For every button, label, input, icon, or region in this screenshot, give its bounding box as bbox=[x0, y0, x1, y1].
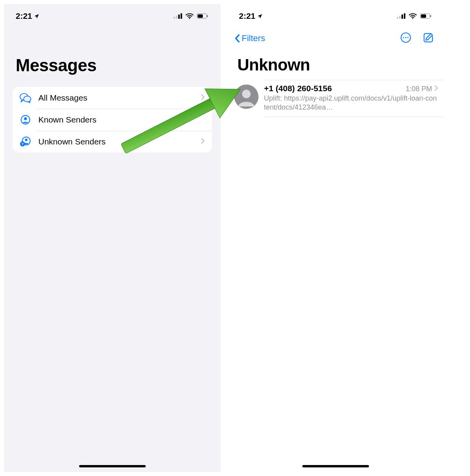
chat-bubbles-icon bbox=[20, 93, 31, 103]
svg-rect-17 bbox=[399, 16, 401, 19]
wifi-icon bbox=[409, 13, 417, 19]
person-question-icon: ? bbox=[20, 137, 31, 147]
filter-label: Unknown Senders bbox=[38, 137, 194, 146]
back-label: Filters bbox=[242, 33, 265, 43]
svg-rect-3 bbox=[181, 13, 182, 19]
svg-point-28 bbox=[242, 90, 251, 98]
filter-unknown-senders[interactable]: ? Unknown Senders bbox=[13, 131, 212, 153]
nav-bar: Filters bbox=[227, 25, 444, 49]
chevron-right-icon bbox=[201, 138, 205, 146]
avatar bbox=[234, 85, 258, 109]
svg-point-9 bbox=[24, 96, 31, 102]
svg-rect-7 bbox=[207, 15, 208, 17]
chevron-right-icon bbox=[201, 94, 205, 102]
svg-rect-22 bbox=[421, 14, 426, 18]
chevron-right-icon bbox=[434, 85, 438, 93]
status-bar: 2:21 bbox=[227, 4, 444, 25]
battery-icon bbox=[419, 13, 432, 19]
conversation-time: 1:08 PM bbox=[406, 85, 432, 93]
svg-rect-23 bbox=[430, 15, 431, 17]
compose-button[interactable] bbox=[423, 32, 434, 45]
filter-known-senders[interactable]: Known Senders bbox=[13, 109, 212, 131]
messages-filter-screen: 2:21 Messages All Messages bbox=[4, 4, 221, 472]
filter-label: All Messages bbox=[38, 93, 194, 103]
page-title: Unknown bbox=[227, 49, 444, 80]
svg-text:?: ? bbox=[22, 142, 24, 146]
cellular-signal-icon bbox=[174, 13, 183, 19]
filter-list: All Messages Known Senders ? Unknown Sen… bbox=[13, 87, 212, 153]
svg-point-4 bbox=[189, 18, 190, 19]
svg-rect-19 bbox=[404, 13, 405, 19]
svg-point-11 bbox=[24, 117, 27, 120]
conversation-list: +1 (408) 260-5156 1:08 PM Uplift: https:… bbox=[227, 80, 444, 117]
conversation-row[interactable]: +1 (408) 260-5156 1:08 PM Uplift: https:… bbox=[227, 80, 444, 117]
person-circle-icon bbox=[20, 115, 31, 125]
unknown-senders-screen: 2:21 Filters Unknow bbox=[227, 4, 444, 472]
battery-icon bbox=[196, 13, 209, 19]
home-indicator[interactable] bbox=[302, 465, 369, 467]
svg-rect-1 bbox=[176, 16, 177, 19]
svg-rect-0 bbox=[174, 17, 175, 19]
status-time: 2:21 bbox=[239, 11, 255, 21]
svg-rect-18 bbox=[401, 14, 403, 19]
cellular-signal-icon bbox=[397, 13, 406, 19]
ellipsis-circle-icon bbox=[400, 32, 412, 43]
chevron-left-icon bbox=[234, 34, 240, 43]
svg-rect-16 bbox=[397, 17, 398, 19]
svg-point-13 bbox=[25, 139, 28, 141]
wifi-icon bbox=[185, 13, 194, 19]
status-time: 2:21 bbox=[16, 11, 32, 21]
home-indicator[interactable] bbox=[79, 465, 146, 467]
svg-point-20 bbox=[412, 18, 413, 19]
svg-point-26 bbox=[405, 37, 406, 38]
filter-label: Known Senders bbox=[38, 115, 205, 124]
filter-all-messages[interactable]: All Messages bbox=[13, 87, 212, 109]
status-bar: 2:21 bbox=[4, 4, 221, 25]
svg-point-27 bbox=[407, 37, 409, 38]
svg-point-25 bbox=[403, 37, 404, 38]
location-icon bbox=[257, 13, 263, 19]
more-button[interactable] bbox=[400, 32, 412, 45]
back-button[interactable]: Filters bbox=[234, 33, 265, 43]
conversation-preview: Uplift: https://pay-api2.uplift.com/docs… bbox=[264, 94, 438, 112]
svg-rect-6 bbox=[198, 14, 203, 18]
person-silhouette-icon bbox=[234, 85, 258, 109]
page-title: Messages bbox=[4, 25, 221, 87]
location-icon bbox=[34, 13, 40, 19]
conversation-sender: +1 (408) 260-5156 bbox=[264, 84, 406, 93]
compose-icon bbox=[423, 32, 434, 43]
svg-rect-2 bbox=[178, 14, 180, 19]
